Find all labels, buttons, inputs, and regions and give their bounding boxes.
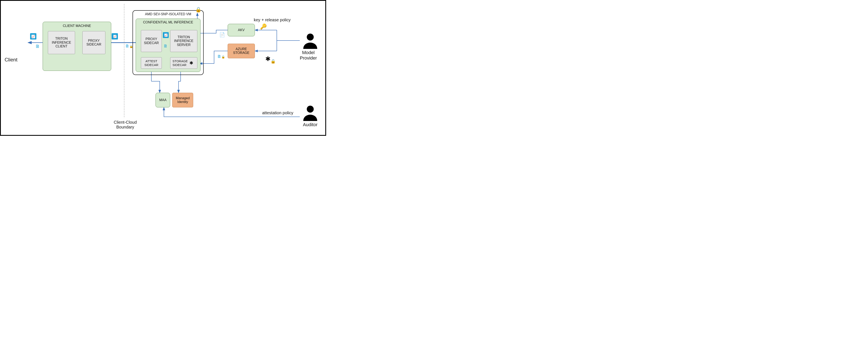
chart-doc-icon: 📈 (30, 33, 36, 39)
akv-box: AKV (228, 24, 255, 36)
model-provider-label: Model Provider (300, 50, 317, 61)
storage-sidecar-box: STORAGE SIDECAR ✱ (170, 57, 197, 69)
client-actor-label: Client (5, 57, 17, 63)
binary-doc-lock-icon: 🗎🔒 (125, 44, 133, 48)
lock-icon: 🔒 (195, 7, 202, 12)
person-icon (302, 32, 319, 49)
chart-doc-icon: 📈 (163, 32, 169, 38)
key-icon: 🔑 (260, 23, 267, 30)
svg-point-11 (307, 34, 314, 40)
azure-storage-box: AZURE STORAGE (228, 44, 255, 58)
graph-icon: ✱ (189, 60, 193, 66)
cert-doc-icon: 📄 (219, 32, 225, 38)
managed-identity-box: Managed Identity (172, 93, 193, 107)
storage-sidecar-label: STORAGE SIDECAR (173, 59, 188, 67)
triton-inference-server-box: TRITON INFERENCE SERVER (170, 30, 197, 52)
https-doc-icon: 📈 (112, 33, 118, 39)
diagram-canvas: Client CLIENT MACHINE TRITON INFERENCE C… (0, 0, 326, 136)
vm-proxy-sidecar-box: PROXY SIDECAR (141, 30, 162, 52)
triton-inference-client-box: TRITON INFERENCE CLIENT (48, 31, 75, 54)
svg-point-12 (307, 106, 314, 112)
confidential-inference-title: CONFIDENTIAL ML INFERENCE (143, 21, 193, 24)
auditor-label: Auditor (303, 122, 317, 127)
maa-box: MAA (156, 93, 170, 107)
client-machine-title: CLIENT MACHINE (63, 24, 91, 28)
binary-doc-icon: 🗎 (163, 44, 168, 48)
key-release-policy-label: key + release policy (254, 18, 290, 22)
client-proxy-sidecar-box: PROXY SIDECAR (82, 31, 105, 54)
binary-doc-icon: 🗎 (35, 44, 40, 49)
graph-lock-icon: ✱🔒 (265, 55, 276, 62)
binary-doc-lock-icon: 🗎🔒 (217, 54, 225, 59)
attest-sidecar-box: ATTEST SIDECAR (141, 57, 162, 69)
sev-snp-vm-title: AMD SEV-SNP-ISOLATED VM (145, 12, 191, 16)
person-icon (302, 104, 319, 121)
attestation-policy-label: attestation policy (262, 110, 293, 115)
boundary-label: Client-Cloud Boundary (114, 120, 137, 130)
